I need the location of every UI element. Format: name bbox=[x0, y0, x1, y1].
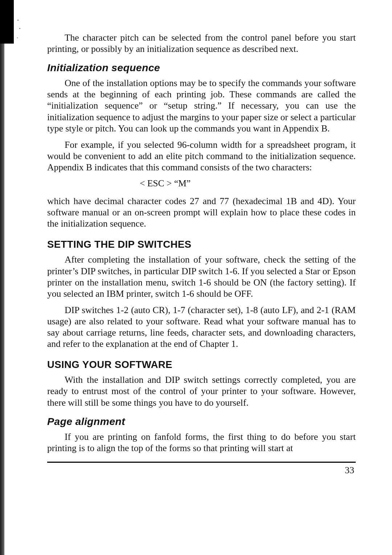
document-page: The character pitch can be selected from… bbox=[0, 0, 392, 555]
dip-para-1: After completing the installation of you… bbox=[47, 254, 356, 299]
page-alignment-para-1: If you are printing on fanfold forms, th… bbox=[47, 431, 356, 454]
scan-spine-artifact bbox=[0, 44, 4, 555]
init-seq-para-2: For example, if you selected 96-column w… bbox=[47, 139, 356, 173]
esc-m-code: < ESC > “M” bbox=[47, 178, 356, 189]
init-seq-para-1: One of the installation options may be t… bbox=[47, 77, 356, 134]
intro-paragraph: The character pitch can be selected from… bbox=[47, 32, 356, 54]
using-software-heading: USING YOUR SOFTWARE bbox=[47, 359, 356, 370]
page-number: 33 bbox=[47, 465, 356, 476]
scan-speckle-artifact bbox=[16, 16, 23, 53]
initialization-sequence-heading: Initialization sequence bbox=[47, 62, 356, 74]
dip-switches-heading: SETTING THE DIP SWITCHES bbox=[47, 239, 356, 250]
init-seq-para-3: which have decimal character codes 27 an… bbox=[47, 195, 356, 229]
footer-rule bbox=[47, 462, 356, 463]
page-alignment-heading: Page alignment bbox=[47, 416, 356, 428]
scan-edge-artifact bbox=[0, 0, 14, 44]
using-software-para-1: With the installation and DIP switch set… bbox=[47, 374, 356, 408]
dip-para-2: DIP switches 1-2 (auto CR), 1-7 (charact… bbox=[47, 304, 356, 349]
